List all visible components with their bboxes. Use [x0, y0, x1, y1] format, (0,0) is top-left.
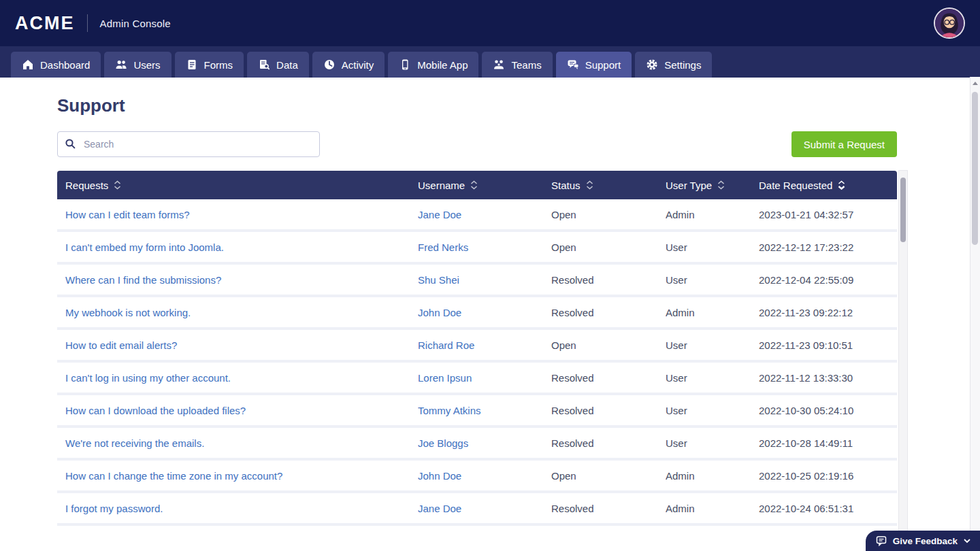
tab-mobile-app[interactable]: Mobile App: [388, 52, 478, 78]
username-link[interactable]: Shu Shei: [418, 274, 459, 286]
username-link[interactable]: Fred Nerks: [418, 241, 468, 253]
table-row: We're not receiving the emails.Joe Blogg…: [57, 428, 897, 461]
tab-dashboard[interactable]: Dashboard: [11, 52, 101, 78]
search-box: [57, 131, 320, 157]
status-text: Open: [551, 470, 666, 482]
brand-logo: ACME: [15, 13, 75, 34]
request-link[interactable]: How can I download the uploaded files?: [65, 405, 246, 416]
user-type-text: Admin: [666, 503, 759, 514]
sort-icon: [470, 180, 478, 190]
tab-label: Data: [276, 59, 298, 71]
activity-icon: [323, 59, 336, 71]
username-link[interactable]: Tommy Atkins: [418, 405, 481, 416]
teams-icon: [493, 59, 505, 71]
status-text: Resolved: [551, 307, 666, 318]
submit-request-button[interactable]: Submit a Request: [791, 131, 897, 157]
username-link[interactable]: John Doe: [418, 470, 461, 482]
username-link[interactable]: Richard Roe: [418, 339, 474, 351]
table-scrollbar-thumb[interactable]: [900, 178, 906, 242]
scroll-up-arrow-icon[interactable]: [973, 82, 978, 85]
date-requested-text: 2022-11-12 13:33:30: [759, 372, 897, 384]
tab-label: Teams: [511, 59, 541, 71]
give-feedback-button[interactable]: Give Feedback: [866, 531, 980, 551]
user-type-text: User: [666, 241, 759, 253]
request-link[interactable]: I can't embed my form into Joomla.: [65, 241, 224, 253]
username-link[interactable]: John Doe: [418, 307, 461, 318]
table-row: How can I edit team forms?Jane DoeOpenAd…: [57, 199, 897, 232]
column-label: Username: [418, 180, 465, 191]
search-icon: [65, 138, 76, 150]
sort-icon: [114, 180, 121, 190]
column-label: Requests: [65, 180, 108, 191]
tab-label: Forms: [204, 59, 233, 71]
username-link[interactable]: Joe Bloggs: [418, 437, 468, 449]
column-label: Date Requested: [759, 180, 832, 191]
data-icon: [258, 59, 270, 71]
date-requested-text: 2022-11-23 09:10:51: [759, 339, 897, 351]
settings-icon: [646, 59, 658, 71]
main-nav: Dashboard Users Forms Data Activity Mobi…: [0, 46, 980, 78]
request-link[interactable]: Where can I find the submissions?: [65, 274, 221, 286]
column-header-status[interactable]: Status: [551, 180, 666, 191]
tab-users[interactable]: Users: [104, 52, 171, 78]
column-header-date-requested[interactable]: Date Requested: [759, 180, 897, 191]
request-link[interactable]: I forgot my password.: [65, 503, 163, 514]
tab-settings[interactable]: Settings: [635, 52, 712, 78]
page-scrollbar-thumb[interactable]: [972, 92, 978, 245]
column-header-username[interactable]: Username: [418, 180, 551, 191]
request-link[interactable]: I can't log in using my other account.: [65, 372, 231, 384]
users-icon: [115, 59, 127, 71]
status-text: Resolved: [551, 372, 666, 384]
date-requested-text: 2022-12-12 17:23:22: [759, 241, 897, 253]
table-row: Where can I find the submissions?Shu She…: [57, 265, 897, 297]
column-header-requests[interactable]: Requests: [57, 180, 418, 191]
status-text: Resolved: [551, 405, 666, 416]
table-scrollbar[interactable]: [898, 170, 908, 551]
date-requested-text: 2022-12-04 22:55:09: [759, 274, 897, 286]
topbar-divider: [87, 14, 88, 32]
tab-teams[interactable]: Teams: [482, 52, 552, 78]
request-link[interactable]: My webhook is not working.: [65, 307, 191, 318]
user-type-text: Admin: [666, 470, 759, 482]
table-row: I forgot my password.Jane DoeResolvedAdm…: [57, 493, 897, 526]
username-link[interactable]: Jane Doe: [418, 503, 461, 514]
request-link[interactable]: How can I change the time zone in my acc…: [65, 470, 282, 482]
table-row: How can I change the time zone in my acc…: [57, 461, 897, 493]
page-title: Support: [57, 95, 897, 116]
tab-support[interactable]: Support: [556, 52, 632, 78]
username-link[interactable]: Loren Ipsun: [418, 372, 472, 384]
user-type-text: User: [666, 372, 759, 384]
requests-table: Requests Username Status User Type Date …: [57, 171, 897, 526]
tab-activity[interactable]: Activity: [312, 52, 385, 78]
username-link[interactable]: Jane Doe: [418, 209, 461, 220]
status-text: Resolved: [551, 437, 666, 449]
date-requested-text: 2023-01-21 04:32:57: [759, 209, 897, 220]
request-link[interactable]: We're not receiving the emails.: [65, 437, 204, 449]
table-row: I can't log in using my other account.Lo…: [57, 363, 897, 395]
status-text: Open: [551, 241, 666, 253]
tab-data[interactable]: Data: [247, 52, 309, 78]
status-text: Resolved: [551, 274, 666, 286]
request-link[interactable]: How to edit email alerts?: [65, 339, 177, 351]
search-input[interactable]: [57, 131, 320, 157]
page-scrollbar[interactable]: [970, 77, 980, 551]
status-text: Resolved: [551, 503, 666, 514]
tab-label: Support: [585, 59, 621, 71]
user-avatar[interactable]: [934, 7, 965, 39]
user-type-text: Admin: [666, 209, 759, 220]
sort-icon: [717, 180, 725, 190]
tab-label: Users: [133, 59, 160, 71]
date-requested-text: 2022-10-25 02:19:16: [759, 470, 897, 482]
date-requested-text: 2022-10-28 14:49:11: [759, 437, 897, 449]
mobile-icon: [399, 59, 411, 71]
home-icon: [22, 59, 34, 71]
tab-forms[interactable]: Forms: [175, 52, 244, 78]
tab-label: Mobile App: [417, 59, 468, 71]
chevron-down-icon: [964, 538, 970, 544]
topbar: ACME Admin Console: [0, 0, 980, 46]
tab-label: Activity: [342, 59, 374, 71]
column-label: Status: [551, 180, 581, 191]
table-body: How can I edit team forms?Jane DoeOpenAd…: [57, 199, 897, 526]
request-link[interactable]: How can I edit team forms?: [65, 209, 190, 220]
column-header-user-type[interactable]: User Type: [666, 180, 759, 191]
